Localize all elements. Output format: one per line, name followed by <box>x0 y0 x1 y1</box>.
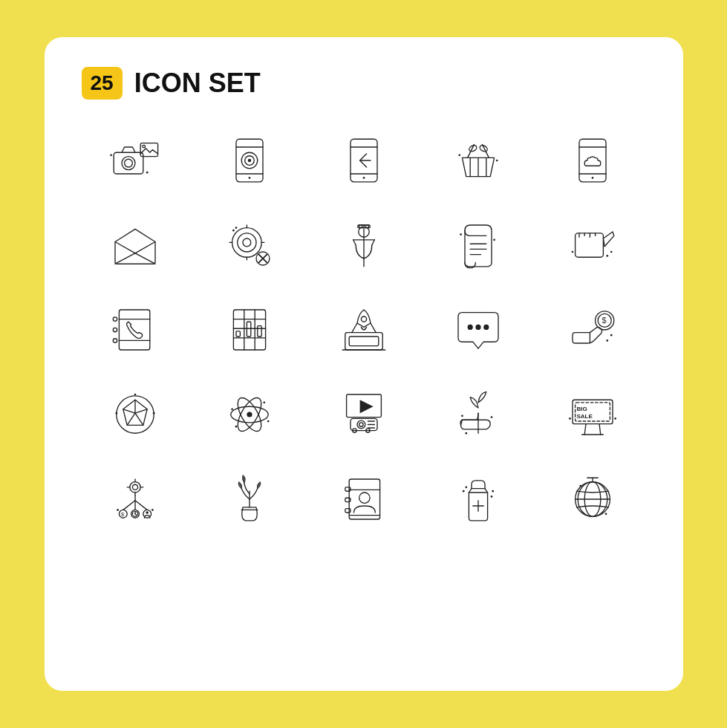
svg-point-33 <box>237 233 255 252</box>
svg-point-17 <box>362 177 365 179</box>
phone-book-icon[interactable] <box>82 291 189 368</box>
svg-point-83 <box>475 325 480 330</box>
svg-point-5 <box>110 154 112 156</box>
svg-point-61 <box>610 251 612 253</box>
plant-vase-icon[interactable] <box>196 461 303 538</box>
svg-point-131 <box>132 484 137 490</box>
svg-point-165 <box>490 495 492 498</box>
svg-text:$: $ <box>602 316 606 325</box>
svg-point-1 <box>122 157 135 170</box>
projector-icon[interactable] <box>310 376 417 453</box>
mobile-cloud-icon[interactable] <box>539 122 646 199</box>
hand-money-icon[interactable]: $ <box>539 291 646 368</box>
svg-point-118 <box>461 415 463 417</box>
svg-point-6 <box>146 172 148 174</box>
svg-point-23 <box>478 144 488 153</box>
contact-book-icon[interactable] <box>310 461 417 538</box>
svg-point-2 <box>124 159 132 167</box>
svg-point-67 <box>113 328 117 331</box>
knife-tool-icon[interactable] <box>539 207 646 284</box>
header: 25 ICON SET <box>82 67 646 100</box>
svg-point-54 <box>493 238 495 241</box>
svg-point-81 <box>361 316 366 322</box>
svg-point-164 <box>465 486 467 488</box>
svg-point-174 <box>604 513 607 515</box>
svg-rect-79 <box>349 337 379 346</box>
svg-point-82 <box>467 325 472 330</box>
svg-rect-26 <box>579 139 606 182</box>
svg-point-84 <box>483 325 489 330</box>
svg-point-4 <box>142 145 145 148</box>
svg-rect-157 <box>345 498 350 501</box>
diamond-icon[interactable] <box>82 376 189 453</box>
shopping-basket-icon[interactable] <box>425 122 532 199</box>
svg-point-130 <box>129 482 140 493</box>
icon-grid: $ <box>82 122 646 538</box>
svg-point-110 <box>357 420 365 429</box>
svg-text:BIG: BIG <box>576 406 587 412</box>
svg-point-62 <box>571 251 573 253</box>
main-card: 25 ICON SET <box>45 37 683 691</box>
svg-rect-63 <box>119 310 149 350</box>
svg-rect-152 <box>349 479 379 519</box>
svg-point-111 <box>359 423 362 426</box>
svg-point-66 <box>113 317 117 321</box>
svg-point-24 <box>458 154 460 156</box>
svg-text:SALE: SALE <box>576 413 593 420</box>
svg-rect-78 <box>345 333 382 350</box>
svg-point-34 <box>243 238 251 247</box>
svg-point-53 <box>460 233 462 235</box>
svg-point-60 <box>606 255 608 257</box>
svg-point-147 <box>146 511 149 514</box>
svg-rect-158 <box>345 509 350 513</box>
svg-line-95 <box>135 413 143 425</box>
mobile-back-icon[interactable] <box>310 122 417 199</box>
svg-point-106 <box>263 401 265 403</box>
svg-point-129 <box>614 417 616 420</box>
svg-line-94 <box>127 413 135 425</box>
svg-line-30 <box>115 253 135 264</box>
document-scroll-icon[interactable] <box>425 207 532 284</box>
svg-line-47 <box>353 240 356 245</box>
chat-bubble-icon[interactable] <box>425 291 532 368</box>
svg-point-25 <box>495 160 498 162</box>
settings-flow-icon[interactable]: $ <box>82 461 189 538</box>
svg-point-120 <box>465 432 467 435</box>
rocket-launch-icon[interactable] <box>310 291 417 368</box>
mobile-target-icon[interactable] <box>196 122 303 199</box>
svg-line-31 <box>135 253 155 264</box>
svg-point-12 <box>247 159 251 163</box>
svg-point-173 <box>579 485 581 487</box>
svg-point-148 <box>117 509 119 511</box>
atom-icon[interactable] <box>196 376 303 453</box>
svg-point-13 <box>248 177 250 179</box>
svg-point-98 <box>134 394 136 396</box>
svg-line-125 <box>584 424 586 435</box>
svg-point-149 <box>151 509 154 511</box>
svg-rect-76 <box>247 322 250 337</box>
svg-point-89 <box>606 339 608 342</box>
email-open-icon[interactable] <box>82 207 189 284</box>
plant-hand-icon[interactable] <box>425 376 532 453</box>
svg-line-137 <box>123 501 134 510</box>
svg-point-32 <box>232 228 261 258</box>
svg-point-90 <box>610 334 612 337</box>
svg-text:$: $ <box>121 511 124 518</box>
svg-rect-75 <box>236 331 240 337</box>
big-sale-icon[interactable]: BIG SALE <box>539 376 646 453</box>
svg-point-163 <box>462 490 464 493</box>
svg-point-97 <box>152 412 154 415</box>
svg-point-22 <box>468 144 477 153</box>
svg-point-104 <box>267 420 269 423</box>
svg-point-42 <box>232 230 235 232</box>
svg-point-43 <box>235 227 237 229</box>
svg-rect-156 <box>345 487 350 491</box>
globe-icon[interactable] <box>539 461 646 538</box>
badge: 25 <box>82 67 123 100</box>
camera-photos-icon[interactable] <box>82 122 189 199</box>
target-cross-icon[interactable] <box>196 207 303 284</box>
scarecrow-icon[interactable] <box>310 207 417 284</box>
medicine-drop-icon[interactable] <box>425 461 532 538</box>
title: ICON SET <box>134 68 261 99</box>
spreadsheet-icon[interactable] <box>196 291 303 368</box>
